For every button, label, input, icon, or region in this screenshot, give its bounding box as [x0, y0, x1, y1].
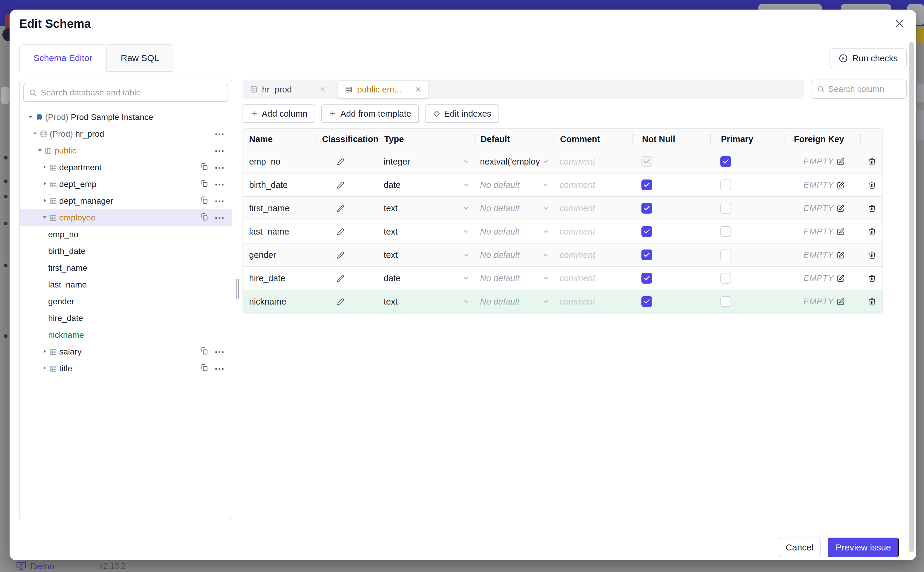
chevron-right-icon[interactable] [41, 163, 49, 172]
tree-item[interactable]: title ⋯ [23, 360, 228, 377]
comment-field[interactable]: comment [553, 180, 633, 190]
tab-database-hr-prod[interactable]: hr_prod [243, 81, 333, 98]
type-select[interactable]: text [378, 204, 474, 213]
default-select[interactable]: No default [474, 297, 553, 307]
tree-item[interactable]: department ⋯ [23, 159, 228, 176]
copy-icon[interactable] [200, 347, 208, 357]
comment-field[interactable]: comment [553, 157, 633, 166]
comment-field[interactable]: comment [553, 204, 633, 213]
trash-icon[interactable] [868, 181, 876, 190]
more-menu-icon[interactable]: ⋯ [214, 148, 225, 154]
comment-field[interactable]: comment [553, 250, 633, 260]
comment-field[interactable]: comment [553, 297, 633, 307]
type-select[interactable]: text [378, 250, 474, 260]
classification-cell[interactable] [315, 157, 378, 166]
tree-item[interactable]: emp_no ⋯ [23, 226, 228, 243]
tab-raw-sql[interactable]: Raw SQL [107, 44, 174, 72]
tree-item[interactable]: dept_emp ⋯ [23, 176, 228, 193]
default-select[interactable]: No default [474, 250, 553, 260]
cancel-button[interactable]: Cancel [779, 538, 820, 557]
not-null-checkbox[interactable] [642, 296, 652, 307]
edit-icon[interactable] [837, 298, 845, 306]
tree-item[interactable]: gender ⋯ [23, 293, 228, 310]
edit-icon[interactable] [837, 181, 845, 189]
comment-field[interactable]: comment [553, 274, 633, 283]
trash-icon[interactable] [868, 204, 876, 213]
chevron-right-icon[interactable] [41, 179, 49, 189]
chevron-right-icon[interactable] [41, 364, 49, 373]
edit-icon[interactable] [837, 228, 845, 236]
tree-item[interactable]: first_name ⋯ [23, 260, 228, 277]
not-null-checkbox[interactable] [642, 203, 652, 214]
column-name[interactable]: emp_no [243, 157, 315, 166]
trash-icon[interactable] [868, 227, 876, 236]
column-name[interactable]: hire_date [243, 274, 315, 283]
primary-checkbox[interactable] [720, 296, 731, 307]
preview-issue-button[interactable]: Preview issue [828, 538, 899, 557]
classification-cell[interactable] [315, 274, 378, 283]
close-tab-icon[interactable] [415, 86, 421, 93]
primary-checkbox[interactable] [720, 273, 731, 284]
edit-icon[interactable] [837, 158, 845, 166]
add-from-template-button[interactable]: Add from template [321, 104, 419, 123]
edit-indexes-button[interactable]: Edit indexes [425, 104, 499, 123]
type-select[interactable]: text [378, 297, 474, 307]
tree-item[interactable]: (Prod) hr_prod ⋯ [23, 126, 228, 142]
tree-item[interactable]: employee ⋯ [20, 210, 232, 226]
chevron-down-icon[interactable] [41, 213, 49, 222]
tree-item[interactable]: dept_manager ⋯ [23, 193, 228, 210]
chevron-down-icon[interactable] [27, 112, 35, 122]
tree-item[interactable]: (Prod) Prod Sample Instance ⋯ [23, 109, 228, 126]
default-select[interactable]: No default [474, 227, 553, 237]
tree-item[interactable]: birth_date ⋯ [23, 243, 228, 260]
not-null-checkbox[interactable] [642, 273, 652, 284]
classification-cell[interactable] [315, 297, 378, 306]
not-null-checkbox[interactable] [642, 226, 652, 237]
copy-icon[interactable] [200, 162, 208, 173]
edit-icon[interactable] [837, 274, 845, 283]
column-name[interactable]: last_name [243, 227, 315, 237]
column-name[interactable]: gender [243, 250, 315, 260]
more-menu-icon[interactable]: ⋯ [214, 198, 225, 204]
primary-checkbox[interactable] [720, 179, 731, 190]
close-tab-icon[interactable] [320, 86, 326, 93]
type-select[interactable]: date [378, 274, 474, 283]
default-select[interactable]: No default [474, 274, 553, 283]
edit-icon[interactable] [837, 204, 845, 212]
primary-checkbox[interactable] [720, 203, 731, 214]
add-column-button[interactable]: Add column [242, 104, 315, 123]
not-null-checkbox[interactable] [642, 179, 652, 190]
default-select[interactable]: No default [474, 204, 553, 213]
tab-table-public-employee[interactable]: public.em... [338, 81, 428, 98]
more-menu-icon[interactable]: ⋯ [214, 215, 225, 221]
edit-icon[interactable] [837, 251, 845, 259]
trash-icon[interactable] [868, 274, 876, 283]
chevron-right-icon[interactable] [41, 347, 49, 357]
type-select[interactable]: date [378, 180, 474, 190]
tree-item[interactable]: public ⋯ [23, 142, 228, 159]
trash-icon[interactable] [868, 157, 876, 166]
trash-icon[interactable] [868, 251, 876, 260]
column-search-input[interactable] [828, 84, 901, 94]
column-name[interactable]: first_name [243, 204, 315, 213]
classification-cell[interactable] [315, 227, 378, 236]
default-select[interactable]: No default [474, 180, 553, 190]
trash-icon[interactable] [868, 297, 876, 306]
more-menu-icon[interactable]: ⋯ [214, 165, 225, 171]
tree-item[interactable]: hire_date ⋯ [23, 310, 228, 327]
more-menu-icon[interactable]: ⋯ [214, 349, 225, 355]
chevron-down-icon[interactable] [32, 129, 39, 139]
not-null-checkbox[interactable] [642, 250, 652, 260]
demo-link[interactable]: Demo [16, 561, 54, 571]
column-name[interactable]: nickname [243, 297, 315, 307]
default-select[interactable]: nextval('employ [474, 157, 553, 166]
more-menu-icon[interactable]: ⋯ [214, 131, 225, 137]
tree-search-input[interactable] [41, 88, 223, 98]
more-menu-icon[interactable]: ⋯ [214, 181, 225, 187]
primary-checkbox[interactable] [720, 226, 731, 237]
comment-field[interactable]: comment [553, 227, 633, 237]
copy-icon[interactable] [200, 179, 208, 190]
close-icon[interactable] [893, 17, 906, 30]
panel-resize-divider[interactable] [233, 79, 242, 520]
chevron-down-icon[interactable] [36, 146, 44, 155]
